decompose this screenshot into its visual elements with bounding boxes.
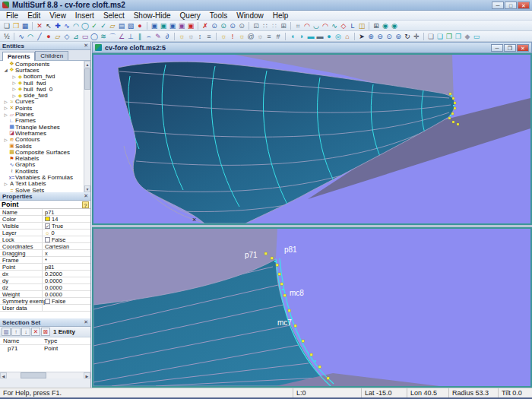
toolbar-icon[interactable]: ☼ (255, 32, 264, 41)
menu-view[interactable]: View (45, 11, 71, 21)
tree-item-relabels[interactable]: ⚑Relabels (0, 155, 90, 161)
tree-item-points[interactable]: ▷✕Points (0, 105, 90, 111)
toolbar-icon[interactable]: ☼ (219, 32, 228, 41)
tree-item-solve-sets[interactable]: =Solve Sets (0, 187, 90, 192)
toolbar-icon[interactable]: ∷ (270, 21, 279, 30)
menu-query[interactable]: Query (176, 11, 205, 21)
selection-hscrollbar[interactable]: ◀ ▶ (0, 372, 90, 378)
toolbar-icon[interactable]: ∿ (330, 21, 339, 30)
expander-icon[interactable]: ▷ (3, 112, 8, 117)
menu-insert[interactable]: Insert (71, 11, 99, 21)
toolbar-icon[interactable]: ❏ (435, 32, 445, 41)
toolbar-icon[interactable]: ● (135, 21, 144, 30)
toolbar-icon[interactable]: ➤ (357, 32, 366, 41)
menu-select[interactable]: Select (99, 11, 129, 21)
maximize-icon[interactable]: □ (505, 2, 517, 9)
toolbar-icon[interactable]: ✓ (99, 21, 108, 30)
expander-icon[interactable]: ▷ (3, 100, 8, 104)
tree-item-composite-surfaces[interactable]: ▩Composite Surfaces (0, 149, 90, 155)
doc-restore-icon[interactable]: ❐ (504, 44, 516, 52)
selection-tool-icon[interactable]: ↑ (11, 328, 21, 336)
toolbar-icon[interactable]: ◗ (297, 32, 306, 41)
toolbar-icon[interactable]: ⌢ (144, 32, 154, 41)
menu-file[interactable]: File (2, 11, 23, 21)
toolbar-icon[interactable]: ☼ (237, 32, 246, 41)
color-swatch[interactable] (45, 217, 50, 221)
toolbar-icon[interactable]: ▣ (177, 21, 186, 30)
scroll-right-icon[interactable]: ▶ (84, 372, 90, 378)
toolbar-icon[interactable]: ▣ (186, 21, 195, 30)
toolbar-icon[interactable]: ⊥ (126, 32, 135, 41)
toolbar-icon[interactable]: ☼ (177, 32, 186, 41)
expander-icon[interactable]: ▷ (3, 182, 8, 186)
tree-item-graphs[interactable]: ∿Graphs (0, 162, 90, 168)
toolbar-icon[interactable]: ↻ (403, 32, 412, 41)
property-value-point[interactable]: p81 (43, 264, 90, 270)
toolbar-icon[interactable]: ⊖ (375, 32, 385, 41)
toolbar-icon[interactable]: ◫ (357, 21, 366, 30)
toolbar-icon[interactable]: ❐ (454, 32, 463, 41)
toolbar-icon[interactable]: ▦ (21, 21, 30, 30)
expander-icon[interactable]: ▷ (3, 106, 8, 110)
toolbar-icon[interactable]: ⌗ (293, 21, 302, 30)
toolbar-icon[interactable]: ⊞ (279, 21, 288, 30)
expander-icon[interactable]: ◢ (3, 68, 8, 72)
selection-tool-icon[interactable]: ↓ (21, 328, 30, 336)
property-value-dz[interactable]: 0.0000 (43, 284, 90, 290)
toolbar-icon[interactable]: ⊙ (385, 32, 394, 41)
property-value-layer[interactable]: ☼0 (43, 230, 90, 236)
doc-close-icon[interactable]: ✕ (517, 44, 529, 52)
toolbar-icon[interactable]: ◠ (321, 21, 330, 30)
toolbar-icon[interactable]: ! (228, 32, 237, 41)
toolbar-icon[interactable]: ⊞ (372, 21, 381, 30)
toolbar-icon[interactable]: ▭ (81, 32, 90, 41)
tree-item-triangle-meshes[interactable]: ▦Triangle Meshes (0, 124, 90, 130)
toolbar-icon[interactable]: ◠ (26, 32, 35, 41)
toolbar-icon[interactable]: ◯ (90, 32, 99, 41)
tree-item-variables-formulas[interactable]: x=Variables & Formulas (0, 174, 90, 180)
toolbar-icon[interactable]: ❐ (445, 32, 454, 41)
toolbar-icon[interactable]: ◠ (71, 21, 81, 30)
selection-tool-icon[interactable]: ✕ (31, 328, 40, 336)
expander-icon[interactable]: ▷ (3, 138, 8, 142)
viewport-bottom-pane[interactable]: p71 p81 mc8 mc7 (92, 227, 532, 388)
toolbar-icon[interactable]: ✚ (53, 21, 62, 30)
toolbar-icon[interactable]: ⊙ (237, 21, 246, 30)
scroll-up-icon[interactable]: ▲ (84, 61, 90, 68)
toolbar-icon[interactable]: ⊚ (394, 32, 403, 41)
toolbar-icon[interactable]: ◉ (390, 21, 399, 30)
toolbar-icon[interactable]: L (348, 21, 357, 30)
entities-close-icon[interactable]: ✕ (84, 43, 88, 49)
property-value-dx[interactable]: 0.2000 (43, 271, 90, 277)
selection-row-p71[interactable]: p71Point (0, 345, 90, 353)
checkbox-icon[interactable]: ✓ (45, 223, 50, 229)
property-value-user-data[interactable] (43, 305, 90, 311)
scroll-left-icon[interactable]: ◀ (0, 372, 7, 378)
property-value-color[interactable]: 14 (43, 216, 90, 222)
toolbar-icon[interactable]: ⌂ (343, 32, 352, 41)
menu-help[interactable]: Help (268, 11, 293, 21)
menu-show-hide[interactable]: Show-Hide (129, 11, 176, 21)
tree-item-side-fwd[interactable]: ▷◈side_fwd (0, 92, 90, 98)
hull-3d-view[interactable]: × (93, 55, 530, 223)
toolbar-icon[interactable]: ▱ (53, 32, 62, 41)
selection-tool-icon[interactable]: ⊠ (41, 328, 50, 336)
tree-item-hull-fwd-0[interactable]: ▷◈hull_fwd_0 (0, 86, 90, 92)
toolbar-icon[interactable]: ◯ (81, 21, 90, 30)
doc-minimize-icon[interactable]: ─ (491, 44, 503, 52)
scroll-thumb[interactable] (84, 68, 90, 90)
hscroll-thumb[interactable] (21, 372, 46, 378)
hull-closeup-view[interactable]: p71 p81 mc8 mc7 (93, 229, 530, 386)
close-icon[interactable]: ✕ (518, 2, 530, 9)
property-value-lock[interactable]: False (43, 236, 90, 242)
property-value-frame[interactable]: * (43, 257, 90, 263)
property-value-name[interactable]: p71 (43, 209, 90, 215)
help-icon[interactable]: ? (82, 201, 89, 208)
toolbar-icon[interactable]: ◉ (381, 21, 390, 30)
toolbar-icon[interactable]: ⊙ (219, 21, 228, 30)
toolbar-icon[interactable]: ▱ (108, 21, 117, 30)
property-value-coordinates[interactable]: Cartesian (43, 243, 90, 249)
tab-parents[interactable]: Parents (2, 52, 35, 61)
expander-icon[interactable]: ▷ (11, 74, 17, 79)
tree-item-hull-fwd[interactable]: ▷◈hull_fwd (0, 80, 90, 86)
